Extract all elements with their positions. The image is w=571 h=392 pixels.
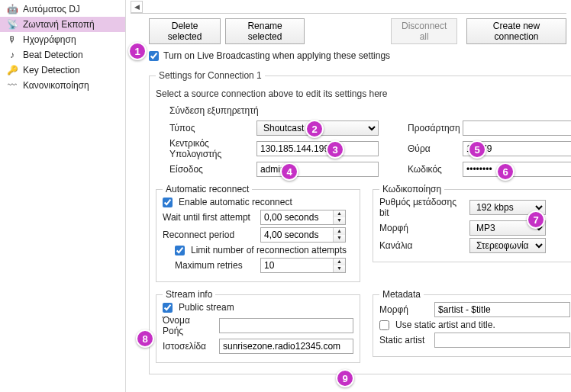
enable-auto-reconnect-label: Enable automatic reconnect [179, 197, 292, 207]
mount-label: Προσάρτηση [408, 123, 456, 133]
metadata-group: Metadata Μορφή Use static artist and tit… [373, 294, 571, 357]
static-artist-label: Static artist [379, 335, 428, 345]
stream-name-input[interactable] [219, 318, 353, 333]
sidebar-item-label: Ζωντανή Εκποπή [23, 19, 95, 30]
callout-4: 4 [280, 162, 298, 181]
stream-legend: Stream info [163, 289, 215, 300]
login-label: Είσοδος [169, 164, 250, 175]
spin-up-icon[interactable]: ▲ [334, 210, 345, 217]
metadata-format-label: Μορφή [379, 304, 428, 315]
beat-icon: ♪ [6, 50, 18, 60]
type-label: Τύπος [169, 123, 250, 133]
rename-selected-button[interactable]: Rename selected [225, 18, 305, 44]
automatic-reconnect-group: Automatic reconnect Enable automatic rec… [156, 189, 360, 282]
login-input[interactable] [256, 162, 379, 177]
callout-8: 8 [136, 329, 154, 348]
stream-info-group: Stream info Public stream Όνομα Ροής Ιστ… [156, 294, 360, 363]
use-static-checkbox[interactable] [379, 320, 389, 330]
callout-7: 7 [527, 210, 545, 229]
server-connection-title: Σύνδεση εξυπηρετητή [169, 105, 571, 116]
metadata-legend: Metadata [379, 289, 424, 300]
connection-settings-legend: Settings for Connection 1 [156, 70, 265, 81]
metadata-format-input[interactable] [434, 302, 570, 317]
sidebar-item-beat-detection[interactable]: ♪ Beat Detection [0, 47, 125, 63]
stream-website-label: Ιστοσελίδα [163, 341, 213, 352]
host-label: Κεντρικός Υπολογιστής [169, 138, 250, 159]
stream-name-label: Όνομα Ροής [163, 315, 213, 336]
bitrate-label: Ρυθμός μετάδοσης bit [379, 197, 463, 218]
sidebar-item-label: Κανονικοποίηση [23, 80, 89, 91]
waves-icon: 〰 [6, 80, 18, 91]
channels-label: Κανάλια [379, 240, 463, 251]
sidebar: 🤖 Αυτόματος DJ 📡 Ζωντανή Εκποπή 🎙 Ηχογρά… [0, 0, 126, 392]
callout-9: 9 [336, 369, 354, 387]
max-retries-label: Maximum retries [175, 260, 254, 271]
main-panel: ◀ Delete selected Rename selected Discon… [126, 0, 571, 392]
wait-label: Wait until first attempt [163, 212, 254, 223]
callout-2: 2 [305, 120, 324, 138]
enable-live-broadcasting-label: Turn on Live Broadcasting when applying … [163, 50, 390, 61]
settings-help-text: Select a source connection above to edit… [156, 88, 571, 99]
period-label: Reconnect period [163, 230, 254, 240]
callout-6: 6 [496, 162, 515, 181]
sidebar-item-label: Key Detection [23, 65, 80, 76]
enable-live-broadcasting-checkbox[interactable] [149, 51, 159, 61]
reconnect-legend: Automatic reconnect [163, 184, 252, 194]
max-retries-spinner[interactable]: ▲▼ [260, 258, 346, 273]
sidebar-item-autodj[interactable]: 🤖 Αυτόματος DJ [0, 2, 125, 17]
broadcast-icon: 📡 [6, 19, 18, 30]
scroll-left-icon[interactable]: ◀ [131, 1, 143, 13]
sidebar-item-label: Αυτόματος DJ [23, 4, 80, 14]
encoding-legend: Κωδικοποίηση [379, 184, 444, 194]
sidebar-item-recording[interactable]: 🎙 Ηχογράφηση [0, 32, 125, 47]
callout-1: 1 [128, 42, 147, 60]
callout-5: 5 [468, 140, 486, 159]
sidebar-item-label: Ηχογράφηση [23, 34, 76, 45]
disconnect-all-button[interactable]: Disconnect all [391, 18, 457, 44]
spin-up-icon[interactable]: ▲ [334, 228, 345, 235]
connection-toolbar: Delete selected Rename selected Disconne… [126, 14, 571, 47]
public-stream-label: Public stream [179, 302, 234, 313]
connection-settings-group: Settings for Connection 1 Select a sourc… [149, 70, 571, 374]
microphone-icon: 🎙 [6, 34, 18, 45]
sidebar-item-live-broadcast[interactable]: 📡 Ζωντανή Εκποπή [0, 17, 125, 32]
wait-spinner[interactable]: ▲▼ [260, 210, 346, 225]
format-label: Μορφή [379, 223, 463, 233]
password-label: Κωδικός [408, 164, 456, 175]
limit-reconnect-label: Limit number of reconnection attempts [191, 245, 347, 255]
callout-3: 3 [326, 140, 344, 159]
sidebar-item-normalization[interactable]: 〰 Κανονικοποίηση [0, 78, 125, 93]
stream-website-input[interactable] [219, 339, 353, 354]
host-input[interactable] [256, 141, 379, 156]
sidebar-item-label: Beat Detection [23, 50, 83, 60]
limit-reconnect-checkbox[interactable] [175, 246, 185, 255]
spin-down-icon[interactable]: ▼ [334, 217, 345, 224]
spin-down-icon[interactable]: ▼ [334, 235, 345, 242]
mount-input[interactable] [463, 120, 571, 136]
use-static-label: Use static artist and title. [395, 320, 495, 330]
delete-selected-button[interactable]: Delete selected [149, 18, 221, 44]
password-input[interactable] [463, 162, 571, 177]
spin-down-icon[interactable]: ▼ [334, 265, 345, 272]
channels-select[interactable]: Στερεοφωνία [469, 238, 546, 253]
create-new-connection-button[interactable]: Create new connection [466, 18, 566, 44]
key-icon: 🔑 [6, 65, 18, 76]
enable-auto-reconnect-checkbox[interactable] [163, 198, 173, 207]
horizontal-scrollbar[interactable]: ◀ [131, 0, 566, 14]
period-spinner[interactable]: ▲▼ [260, 227, 346, 243]
port-label: Θύρα [408, 143, 456, 154]
robot-icon: 🤖 [6, 4, 18, 14]
public-stream-checkbox[interactable] [163, 303, 173, 313]
spin-up-icon[interactable]: ▲ [334, 259, 345, 265]
static-artist-input[interactable] [434, 333, 570, 348]
sidebar-item-key-detection[interactable]: 🔑 Key Detection [0, 63, 125, 78]
